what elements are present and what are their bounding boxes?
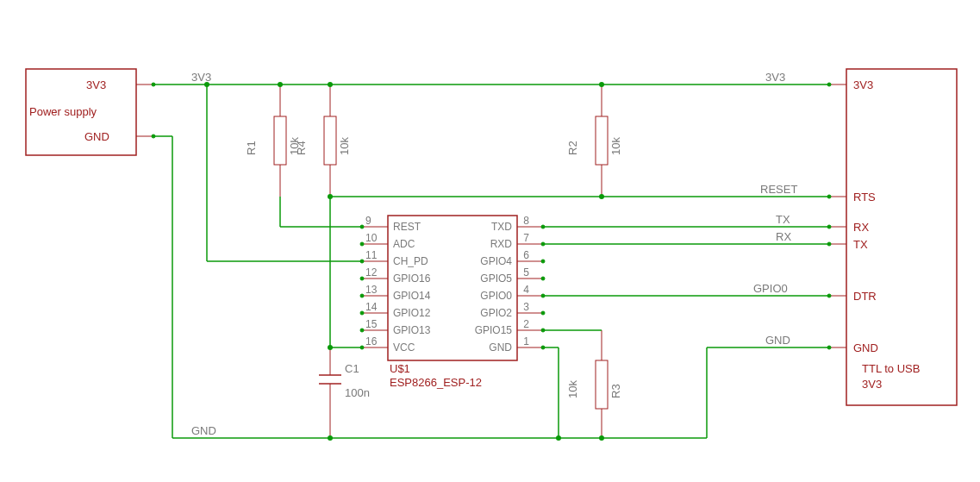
svg-point-93: [328, 435, 333, 441]
ttl-pin-dtr: DTR: [853, 290, 877, 303]
net-tx: TX: [776, 213, 790, 226]
capacitor-c1: C1 100n: [319, 347, 370, 438]
ic-pin-num: 9: [365, 215, 371, 227]
net-gnd-left: GND: [191, 424, 216, 437]
svg-point-94: [599, 435, 604, 441]
ic-pin-num: 13: [365, 284, 378, 296]
resistor-r2: R2 10k: [566, 85, 622, 197]
ic-pin-num: 1: [523, 335, 529, 347]
svg-point-70: [328, 82, 333, 87]
ic-pin-name: GPIO15: [475, 324, 513, 336]
ic-pin-num: 14: [365, 301, 378, 313]
r1-name: R1: [245, 141, 258, 155]
ic-pin-name: GPIO14: [393, 290, 431, 302]
svg-point-30: [360, 311, 364, 315]
svg-rect-5: [846, 69, 957, 405]
net-reset: RESET: [760, 183, 797, 196]
c1-name: C1: [345, 362, 359, 375]
net-3v3-right: 3V3: [765, 71, 785, 84]
schematic-canvas: Power supply 3V3 GND TTL to USB 3V3 3V3 …: [0, 0, 980, 482]
svg-rect-60: [596, 360, 608, 409]
resistor-r3: 10k R3: [566, 330, 622, 438]
ic-pin-num: 8: [523, 215, 529, 227]
ic-pin-num: 15: [365, 318, 378, 330]
svg-rect-51: [274, 116, 286, 165]
ic-pin-name: GPIO4: [480, 255, 512, 267]
r3-name: R3: [609, 384, 622, 398]
net-gnd-right: GND: [765, 334, 790, 347]
power-supply-block: Power supply 3V3 GND: [26, 69, 155, 155]
ic-pin-name: REST: [393, 221, 421, 233]
resistor-r1: R1 10k: [245, 85, 301, 197]
ic-pin-num: 6: [523, 249, 529, 261]
ic-pin-name: ADC: [393, 238, 415, 250]
svg-rect-54: [324, 116, 336, 165]
ic-pin-num: 12: [365, 266, 378, 279]
ic-pin-name: GPIO12: [393, 307, 431, 319]
net-gpio0: GPIO0: [753, 282, 788, 295]
ttl-usb-sub: 3V3: [862, 378, 882, 391]
ttl-usb-title: TTL to USB: [862, 362, 920, 375]
ps-pin-gnd: GND: [84, 130, 109, 143]
r2-value: 10k: [609, 137, 622, 155]
ic-pin-num: 2: [523, 318, 529, 330]
c1-value: 100n: [345, 386, 370, 399]
ic-pins-right: 8TXD7RXD6GPIO45GPIO54GPIO03GPIO22GPIO151…: [475, 215, 545, 354]
r4-value: 10k: [338, 137, 351, 155]
ic-ref: U$1: [390, 362, 410, 375]
ic-pin-num: 11: [365, 249, 378, 261]
ttl-pin-gnd: GND: [853, 341, 878, 354]
ic-pin-name: GND: [489, 341, 512, 354]
ttl-pin-rts: RTS: [853, 191, 876, 203]
ic-pin-name: TXD: [491, 221, 512, 233]
ttl-pin-tx: TX: [853, 238, 868, 251]
svg-point-42: [541, 277, 545, 280]
ic-pin-num: 3: [523, 301, 529, 313]
svg-point-46: [541, 311, 545, 315]
power-supply-title: Power supply: [29, 105, 97, 118]
svg-point-71: [599, 82, 604, 87]
ic-esp8266: U$1 ESP8266_ESP-12 9REST10ADC11CH_PD12GP…: [360, 215, 545, 389]
resistor-r4: R4 10k: [295, 85, 351, 197]
r2-name: R2: [566, 141, 579, 155]
r3-value: 10k: [566, 380, 579, 398]
svg-point-32: [360, 329, 364, 332]
svg-rect-57: [596, 116, 608, 165]
svg-point-69: [278, 82, 283, 87]
svg-point-81: [599, 194, 604, 199]
ic-pin-name: GPIO16: [393, 272, 431, 285]
ttl-pin-3v3: 3V3: [853, 78, 873, 91]
ic-pin-num: 7: [523, 232, 529, 244]
ic-pin-name: GPIO2: [480, 307, 512, 319]
ic-pin-num: 16: [365, 335, 378, 347]
ic-part: ESP8266_ESP-12: [390, 376, 482, 389]
ttl-pin-rx: RX: [853, 221, 869, 234]
r4-name: R4: [295, 141, 308, 155]
ic-pin-num: 4: [523, 284, 529, 296]
ic-pin-name: GPIO13: [393, 324, 431, 336]
ic-pin-num: 10: [365, 232, 378, 244]
ps-pin-3v3: 3V3: [86, 78, 106, 91]
net-rx: RX: [776, 230, 791, 243]
svg-point-28: [360, 294, 364, 297]
ic-pin-num: 5: [523, 266, 529, 279]
ic-pin-name: CH_PD: [393, 255, 428, 267]
ic-pin-name: GPIO5: [480, 272, 512, 285]
ic-pin-name: VCC: [393, 341, 415, 354]
ic-pins-left: 9REST10ADC11CH_PD12GPIO1613GPIO1414GPIO1…: [360, 215, 431, 354]
svg-point-26: [360, 277, 364, 280]
net-3v3-left: 3V3: [191, 71, 211, 84]
svg-point-40: [541, 260, 545, 263]
ttl-usb-block: TTL to USB 3V3 3V3 RTS RX TX DTR GND: [827, 69, 957, 405]
ic-pin-name: GPIO0: [480, 290, 512, 302]
svg-point-22: [360, 242, 364, 246]
ic-pin-name: RXD: [490, 238, 513, 250]
